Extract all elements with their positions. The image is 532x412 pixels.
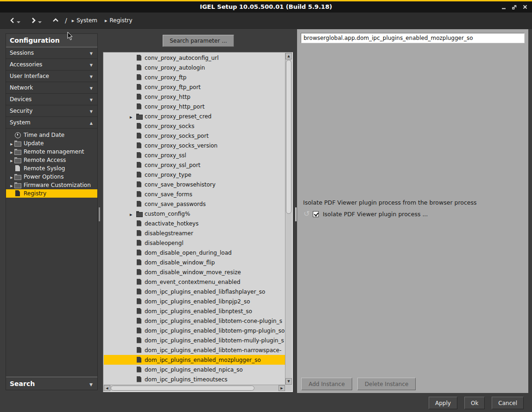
isolate-pdf-viewer-checkbox[interactable] xyxy=(313,211,319,217)
parameter-icon xyxy=(136,318,142,324)
restore-icon[interactable] xyxy=(511,4,518,10)
tree-expander-icon[interactable] xyxy=(9,182,14,188)
registry-parameter-row[interactable]: conv_proxy_socks_port xyxy=(104,131,285,141)
forward-history-caret-icon[interactable] xyxy=(38,21,42,23)
back-history-caret-icon[interactable] xyxy=(17,21,20,23)
registry-parameter-row[interactable]: dom_disable_window_flip xyxy=(104,258,285,267)
sidebar-search-section[interactable]: Search xyxy=(6,377,97,390)
registry-parameter-row[interactable]: conv_proxy_socks xyxy=(104,121,285,131)
registry-parameter-row[interactable]: dom_ipc_plugins_enabled_mozplugger_so xyxy=(104,355,285,365)
sidebar-section[interactable]: User Interface xyxy=(6,71,97,82)
registry-parameter-row[interactable]: dom_ipc_plugins_enabled_libnpjp2_so xyxy=(104,296,285,306)
vertical-scrollbar[interactable]: ▲ ▼ xyxy=(285,53,292,385)
registry-parameter-row[interactable]: conv_save_passwords xyxy=(104,199,285,209)
back-button[interactable] xyxy=(9,17,20,24)
cancel-button[interactable]: Cancel xyxy=(492,397,524,409)
registry-parameter-row[interactable]: conv_save_forms xyxy=(104,189,285,199)
sidebar-tree-item[interactable]: Update xyxy=(6,139,97,148)
registry-parameter-row[interactable]: conv_proxy_ssl xyxy=(104,150,285,160)
tree-node-icon xyxy=(14,157,21,163)
minimize-icon[interactable] xyxy=(500,4,507,10)
detail-splitter[interactable] xyxy=(295,207,297,221)
registry-parameter-row[interactable]: conv_proxy_autologin xyxy=(104,63,285,72)
up-button[interactable] xyxy=(52,17,59,24)
sidebar-tree-item[interactable]: Remote Syslog xyxy=(6,164,97,173)
vertical-scroll-thumb[interactable] xyxy=(286,60,291,214)
reset-to-default-icon[interactable] xyxy=(304,210,310,218)
registry-parameter-row[interactable]: conv_proxy_ssl_port xyxy=(104,160,285,170)
tree-expander-icon[interactable] xyxy=(9,140,14,147)
registry-parameter-row[interactable]: dom_disable_open_during_load xyxy=(104,248,285,258)
row-expander-icon[interactable] xyxy=(130,113,136,120)
registry-parameter-row[interactable]: conv_proxy_preset_cred xyxy=(104,111,285,121)
registry-parameter-row[interactable]: dom_event_contextmenu_enabled xyxy=(104,277,285,287)
forward-button[interactable] xyxy=(31,17,42,24)
registry-parameter-row[interactable]: disablegstreamer xyxy=(104,228,285,238)
parameter-icon xyxy=(136,376,142,383)
parameter-name-input[interactable] xyxy=(301,33,525,43)
sidebar-tree-item[interactable]: Firmware Customization xyxy=(6,181,97,189)
row-expander-icon[interactable] xyxy=(130,211,136,217)
breadcrumb-item[interactable]: System xyxy=(72,17,97,24)
registry-parameter-row[interactable]: conv_proxy_autoconfig_url xyxy=(104,53,285,63)
tree-node-icon xyxy=(14,174,21,180)
sidebar-title: Configuration xyxy=(6,34,97,47)
registry-parameter-row[interactable]: dom_ipc_plugins_enabled_libtotem-narrows… xyxy=(104,345,285,355)
registry-parameter-row[interactable]: dom_disable_window_move_resize xyxy=(104,267,285,277)
scroll-down-icon[interactable]: ▼ xyxy=(285,378,292,385)
apply-button[interactable]: Apply xyxy=(429,397,457,409)
delete-instance-button[interactable]: Delete Instance xyxy=(357,378,416,390)
registry-parameter-row[interactable]: conv_save_browsehistory xyxy=(104,180,285,189)
sidebar-splitter[interactable] xyxy=(99,207,100,221)
close-icon[interactable] xyxy=(522,4,528,10)
sidebar-tree-item[interactable]: Remote Access xyxy=(6,156,97,164)
sidebar-tree-item[interactable]: Remote management xyxy=(6,148,97,156)
scroll-up-icon[interactable]: ▲ xyxy=(285,53,292,59)
registry-parameter-row[interactable]: dom_ipc_plugins_enabled_libtotem-mully-p… xyxy=(104,335,285,345)
sidebar-tree-item[interactable]: Registry xyxy=(6,189,97,198)
add-instance-button[interactable]: Add Instance xyxy=(301,378,352,390)
registry-parameter-row[interactable]: custom_config% xyxy=(104,209,285,219)
parameter-icon xyxy=(136,298,142,305)
scroll-left-icon[interactable]: ◀ xyxy=(104,385,110,391)
tree-expander-icon[interactable] xyxy=(9,148,14,155)
scroll-right-icon[interactable]: ▶ xyxy=(279,385,285,391)
sidebar-tree-item[interactable]: Time and Date xyxy=(6,131,97,139)
registry-parameter-row[interactable]: dom_ipc_plugins_enabled_npica_so xyxy=(104,365,285,374)
sidebar-section[interactable]: Security xyxy=(6,105,97,117)
sidebar-section[interactable]: Sessions xyxy=(6,47,97,59)
registry-parameter-row[interactable]: dom_ipc_plugins_enabled_libnptest_so xyxy=(104,306,285,316)
breadcrumb-item[interactable]: Registry xyxy=(105,17,133,24)
tree-expander-icon[interactable] xyxy=(9,157,14,163)
registry-parameter-row[interactable]: dom_ipc_plugins_enabled_libtotem-gmp-plu… xyxy=(104,326,285,335)
titlebar[interactable]: IGEL Setup 10.05.500.01 (Build 5.9.18) xyxy=(0,1,532,13)
parameter-value-row: Isolate PDF Viewer plugin process ... xyxy=(304,210,428,218)
sidebar-section[interactable]: Accessories xyxy=(6,59,97,71)
registry-parameter-row[interactable]: conv_proxy_type xyxy=(104,170,285,180)
tree-node-icon xyxy=(14,182,21,188)
horizontal-scroll-thumb[interactable] xyxy=(111,386,254,391)
horizontal-scrollbar[interactable]: ◀ ▶ xyxy=(104,385,285,391)
tree-expander-icon[interactable] xyxy=(9,174,14,180)
sidebar-tree-item[interactable]: Power Options xyxy=(6,173,97,181)
registry-parameter-row[interactable]: dom_ipc_plugins_timeoutsecs xyxy=(104,374,285,384)
ok-button[interactable]: Ok xyxy=(464,397,485,409)
parameter-icon xyxy=(136,133,142,139)
parameter-label: conv_proxy_ssl_port xyxy=(145,162,201,168)
section-chevron-icon xyxy=(90,108,93,114)
section-chevron-icon xyxy=(90,61,93,68)
registry-parameter-row[interactable]: conv_proxy_ftp_port xyxy=(104,82,285,92)
registry-parameter-row[interactable]: conv_proxy_socks_version xyxy=(104,141,285,150)
sidebar-section[interactable]: System xyxy=(6,117,97,129)
registry-parameter-row[interactable]: disableopengl xyxy=(104,238,285,248)
registry-parameter-row[interactable]: conv_proxy_ftp xyxy=(104,72,285,82)
registry-parameter-row[interactable]: conv_proxy_http_port xyxy=(104,102,285,111)
sidebar-section[interactable]: Devices xyxy=(6,94,97,105)
registry-parameter-row[interactable]: dom_ipc_plugins_enabled_libflashplayer_s… xyxy=(104,287,285,296)
sidebar-section[interactable]: Network xyxy=(6,82,97,94)
registry-parameter-row[interactable]: deactivate_hotkeys xyxy=(104,219,285,228)
registry-parameter-row[interactable]: conv_proxy_http xyxy=(104,92,285,102)
registry-parameter-row[interactable]: dom_ipc_plugins_enabled_libtotem-cone-pl… xyxy=(104,316,285,326)
parameter-label: conv_proxy_ftp_port xyxy=(145,84,201,90)
search-parameter-button[interactable]: Search parameter ... xyxy=(163,35,234,47)
